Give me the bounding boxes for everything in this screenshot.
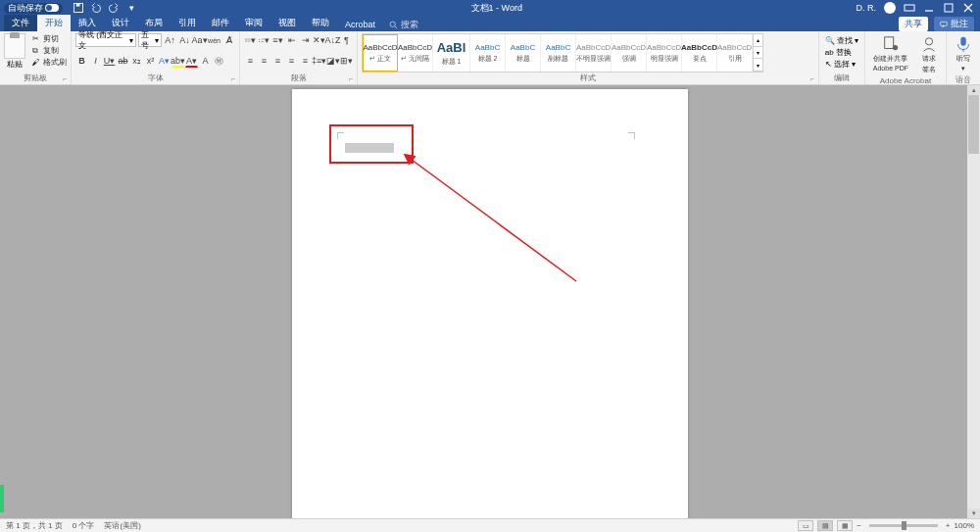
align-left-button[interactable]: ≡ xyxy=(244,54,257,68)
multilevel-list-button[interactable]: ≡▾ xyxy=(271,33,284,47)
cut-button[interactable]: ✂剪切 xyxy=(32,33,67,44)
text-effects-button[interactable]: A▾ xyxy=(158,54,171,68)
close-icon[interactable] xyxy=(962,2,974,14)
tab-review[interactable]: 审阅 xyxy=(237,15,270,31)
save-icon[interactable] xyxy=(73,2,84,14)
asian-layout-button[interactable]: ✕▾ xyxy=(313,33,325,47)
word-count[interactable]: 0 个字 xyxy=(73,520,95,531)
scroll-up-icon[interactable]: ▴ xyxy=(967,85,980,95)
font-size-select[interactable]: 五号 ▾ xyxy=(138,33,162,47)
superscript-button[interactable]: x² xyxy=(144,54,157,68)
character-shading-button[interactable]: A xyxy=(199,54,212,68)
font-name-select[interactable]: 等线 (西文正文 ▾ xyxy=(75,33,136,47)
font-color-button[interactable]: A▾ xyxy=(185,54,198,68)
page[interactable] xyxy=(292,89,688,518)
style-strong[interactable]: AaBbCcD要点 xyxy=(682,34,717,72)
subscript-button[interactable]: x₂ xyxy=(130,54,143,68)
tab-acrobat[interactable]: Acrobat xyxy=(337,18,383,31)
user-avatar-icon[interactable] xyxy=(884,2,896,14)
shrink-font-button[interactable]: A↓ xyxy=(178,33,191,47)
style-no-spacing[interactable]: AaBbCcD↵ 无间隔 xyxy=(398,34,433,72)
align-right-button[interactable]: ≡ xyxy=(271,54,284,68)
web-layout-button[interactable]: ▦ xyxy=(837,520,853,531)
copy-button[interactable]: ⧉复制 xyxy=(32,45,67,56)
maximize-icon[interactable] xyxy=(943,2,955,14)
redo-icon[interactable] xyxy=(108,2,120,14)
clear-formatting-button[interactable]: A̸ xyxy=(222,33,235,47)
zoom-level[interactable]: 100% xyxy=(955,521,974,530)
align-center-button[interactable]: ≡ xyxy=(258,54,270,68)
vertical-scrollbar[interactable]: ▴ ▾ xyxy=(967,85,980,518)
print-layout-button[interactable]: ▤ xyxy=(817,520,833,531)
shading-button[interactable]: ◪▾ xyxy=(326,54,339,68)
style-quote[interactable]: AaBbCcD引用 xyxy=(717,34,753,72)
autosave-toggle[interactable]: 自动保存 xyxy=(4,3,63,14)
italic-button[interactable]: I xyxy=(89,54,102,68)
qat-dropdown-icon[interactable]: ▾ xyxy=(125,2,137,14)
style-normal[interactable]: AaBbCcD↵ 正文 xyxy=(363,34,398,72)
strikethrough-button[interactable]: ab xyxy=(117,54,129,68)
comments-button[interactable]: 批注 xyxy=(934,17,974,31)
styles-gallery-more[interactable]: ▴▾▾ xyxy=(753,34,762,72)
gallery-up-icon[interactable]: ▴ xyxy=(754,34,762,47)
ribbon-display-icon[interactable] xyxy=(904,2,915,14)
font-launcher-icon[interactable]: ⌐ xyxy=(231,75,235,82)
tell-me-search[interactable]: 搜索 xyxy=(389,19,418,31)
bullets-button[interactable]: ▾ xyxy=(244,33,257,47)
style-subtitle[interactable]: AaBbC副标题 xyxy=(541,34,576,72)
borders-button[interactable]: ⊞▾ xyxy=(340,54,353,68)
gallery-expand-icon[interactable]: ▾ xyxy=(754,59,762,72)
style-heading2[interactable]: AaBbC标题 2 xyxy=(470,34,506,72)
clipboard-launcher-icon[interactable]: ⌐ xyxy=(63,75,67,82)
justify-button[interactable]: ≡ xyxy=(285,54,298,68)
sort-button[interactable]: A↓Z xyxy=(326,33,339,47)
tab-home[interactable]: 开始 xyxy=(37,15,71,31)
tab-references[interactable]: 引用 xyxy=(171,15,204,31)
phonetic-guide-button[interactable]: wén xyxy=(208,33,220,47)
grow-font-button[interactable]: A↑ xyxy=(164,33,176,47)
show-marks-button[interactable]: ¶ xyxy=(340,33,353,47)
paragraph-launcher-icon[interactable]: ⌐ xyxy=(349,75,353,82)
replace-button[interactable]: ab替换 xyxy=(825,47,858,58)
change-case-button[interactable]: Aa▾ xyxy=(193,33,206,47)
dictate-button[interactable]: 听写▾ xyxy=(951,33,976,74)
underline-button[interactable]: U▾ xyxy=(103,54,116,68)
format-painter-button[interactable]: 🖌格式刷 xyxy=(32,57,67,68)
distribute-button[interactable]: ≡ xyxy=(299,54,312,68)
tab-view[interactable]: 视图 xyxy=(270,15,304,31)
enclose-characters-button[interactable]: ㊕ xyxy=(213,54,225,68)
line-spacing-button[interactable]: ‡≡▾ xyxy=(313,54,325,68)
zoom-slider[interactable] xyxy=(869,524,938,527)
tab-mailings[interactable]: 邮件 xyxy=(204,15,237,31)
styles-launcher-icon[interactable]: ⌐ xyxy=(810,75,814,82)
style-title[interactable]: AaBbC标题 xyxy=(506,34,541,72)
share-button[interactable]: 共享 xyxy=(899,17,928,31)
scroll-down-icon[interactable]: ▾ xyxy=(967,508,980,518)
gallery-down-icon[interactable]: ▾ xyxy=(754,47,762,60)
create-share-pdf-button[interactable]: 创建并共享Adobe PDF xyxy=(869,33,912,73)
language-status[interactable]: 英语(美国) xyxy=(104,520,140,531)
style-subtle-emphasis[interactable]: AaBbCcD不明显强调 xyxy=(576,34,612,72)
style-intense-emphasis[interactable]: AaBbCcD明显强调 xyxy=(647,34,682,72)
tab-help[interactable]: 帮助 xyxy=(304,15,337,31)
decrease-indent-button[interactable]: ⇤ xyxy=(285,33,298,47)
zoom-in-button[interactable]: + xyxy=(946,521,951,530)
paste-button[interactable] xyxy=(4,33,25,59)
read-mode-button[interactable]: ▭ xyxy=(798,520,813,531)
zoom-thumb[interactable] xyxy=(902,521,906,530)
style-heading1[interactable]: AaBl标题 1 xyxy=(433,34,470,72)
undo-icon[interactable] xyxy=(90,2,102,14)
highlight-button[interactable]: ab▾ xyxy=(172,54,184,68)
find-button[interactable]: 🔍查找 ▾ xyxy=(825,35,858,46)
bold-button[interactable]: B xyxy=(75,54,88,68)
page-count[interactable]: 第 1 页，共 1 页 xyxy=(6,520,63,531)
minimize-icon[interactable] xyxy=(923,2,935,14)
select-button[interactable]: ↖选择 ▾ xyxy=(825,59,858,70)
style-emphasis[interactable]: AaBbCcD强调 xyxy=(612,34,647,72)
numbering-button[interactable]: 12▾ xyxy=(258,33,270,47)
scroll-thumb[interactable] xyxy=(968,95,979,154)
zoom-out-button[interactable]: − xyxy=(857,521,861,530)
increase-indent-button[interactable]: ⇥ xyxy=(299,33,312,47)
tab-file[interactable]: 文件 xyxy=(4,15,37,31)
request-signature-button[interactable]: 请求签名 xyxy=(916,33,942,76)
